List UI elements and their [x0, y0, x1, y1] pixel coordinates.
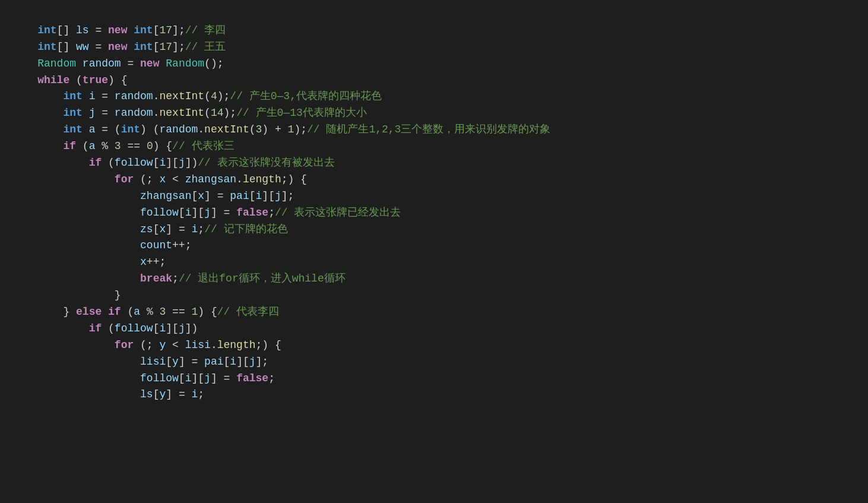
- line-23: ls[y] = i;: [12, 388, 204, 400]
- line-12: follow[i][j] = false;// 表示这张牌已经发出去: [12, 207, 401, 219]
- line-3: Random random = new Random();: [12, 58, 224, 69]
- line-7: int a = (int) (random.nextInt(3) + 1);//…: [12, 124, 550, 135]
- line-14: count++;: [12, 239, 191, 251]
- line-18: } else if (a % 3 == 1) {// 代表李四: [12, 306, 279, 318]
- line-2: int[] ww = new int[17];// 王五: [12, 41, 226, 53]
- line-19: if (follow[i][j]): [12, 322, 198, 334]
- line-8: if (a % 3 == 0) {// 代表张三: [12, 140, 235, 152]
- line-15: x++;: [12, 256, 166, 268]
- code-editor: int[] ls = new int[17];// 李四 int[] ww = …: [12, 6, 856, 403]
- line-6: int j = random.nextInt(14);// 产生0—13代表牌的…: [12, 107, 367, 119]
- line-5: int i = random.nextInt(4);// 产生0—3,代表牌的四…: [12, 90, 382, 102]
- line-22: follow[i][j] = false;: [12, 372, 275, 384]
- line-11: zhangsan[x] = pai[i][j];: [12, 190, 294, 202]
- line-10: for (; x < zhangsan.length;) {: [12, 173, 307, 185]
- line-17: }: [12, 289, 121, 301]
- line-21: lisi[y] = pai[i][j];: [12, 356, 268, 368]
- line-16: break;// 退出for循环，进入while循环: [12, 273, 346, 284]
- line-4: while (true) {: [12, 74, 127, 86]
- line-1: int[] ls = new int[17];// 李四: [12, 24, 226, 36]
- line-9: if (follow[i][j])// 表示这张牌没有被发出去: [12, 157, 335, 169]
- line-13: zs[x] = i;// 记下牌的花色: [12, 223, 288, 235]
- line-20: for (; y < lisi.length;) {: [12, 339, 281, 351]
